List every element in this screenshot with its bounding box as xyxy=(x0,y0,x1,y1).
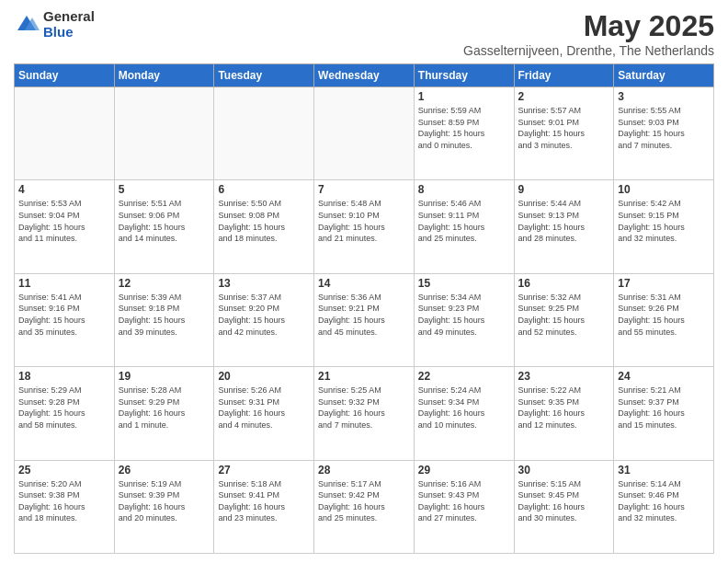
day-number: 16 xyxy=(518,277,610,290)
day-number: 21 xyxy=(318,370,410,383)
cell-week5-day0: 25Sunrise: 5:20 AM Sunset: 9:38 PM Dayli… xyxy=(15,460,115,553)
day-number: 14 xyxy=(318,277,410,290)
cell-week3-day3: 14Sunrise: 5:36 AM Sunset: 9:21 PM Dayli… xyxy=(314,273,415,366)
week-row-5: 25Sunrise: 5:20 AM Sunset: 9:38 PM Dayli… xyxy=(15,460,714,553)
cell-week1-day6: 3Sunrise: 5:55 AM Sunset: 9:03 PM Daylig… xyxy=(614,87,714,180)
day-info: Sunrise: 5:18 AM Sunset: 9:41 PM Dayligh… xyxy=(218,478,310,524)
day-number: 2 xyxy=(518,90,610,103)
cell-week2-day1: 5Sunrise: 5:51 AM Sunset: 9:06 PM Daylig… xyxy=(114,180,214,273)
day-number: 12 xyxy=(119,277,210,290)
day-number: 27 xyxy=(218,464,310,477)
weekday-header-row: Sunday Monday Tuesday Wednesday Thursday… xyxy=(15,64,714,87)
day-number: 18 xyxy=(18,370,110,383)
day-number: 9 xyxy=(518,183,610,196)
cell-week4-day2: 20Sunrise: 5:26 AM Sunset: 9:31 PM Dayli… xyxy=(214,367,314,460)
day-number: 10 xyxy=(618,183,710,196)
cell-week4-day4: 22Sunrise: 5:24 AM Sunset: 9:34 PM Dayli… xyxy=(414,367,514,460)
day-info: Sunrise: 5:15 AM Sunset: 9:45 PM Dayligh… xyxy=(518,478,610,524)
header-friday: Friday xyxy=(514,64,614,87)
cell-week4-day5: 23Sunrise: 5:22 AM Sunset: 9:35 PM Dayli… xyxy=(514,367,614,460)
header-saturday: Saturday xyxy=(614,64,714,87)
day-info: Sunrise: 5:36 AM Sunset: 9:21 PM Dayligh… xyxy=(318,292,410,338)
day-number: 11 xyxy=(18,277,110,290)
cell-week2-day3: 7Sunrise: 5:48 AM Sunset: 9:10 PM Daylig… xyxy=(314,180,415,273)
day-info: Sunrise: 5:17 AM Sunset: 9:42 PM Dayligh… xyxy=(318,478,410,524)
cell-week2-day5: 9Sunrise: 5:44 AM Sunset: 9:13 PM Daylig… xyxy=(514,180,614,273)
day-number: 28 xyxy=(318,464,410,477)
day-number: 19 xyxy=(119,370,210,383)
day-info: Sunrise: 5:25 AM Sunset: 9:32 PM Dayligh… xyxy=(318,385,410,431)
week-row-4: 18Sunrise: 5:29 AM Sunset: 9:28 PM Dayli… xyxy=(15,367,714,460)
cell-week5-day1: 26Sunrise: 5:19 AM Sunset: 9:39 PM Dayli… xyxy=(114,460,214,553)
day-number: 13 xyxy=(218,277,310,290)
day-info: Sunrise: 5:51 AM Sunset: 9:06 PM Dayligh… xyxy=(119,198,210,244)
cell-week2-day6: 10Sunrise: 5:42 AM Sunset: 9:15 PM Dayli… xyxy=(614,180,714,273)
day-info: Sunrise: 5:16 AM Sunset: 9:43 PM Dayligh… xyxy=(418,478,510,524)
day-number: 8 xyxy=(418,183,510,196)
day-number: 29 xyxy=(418,464,510,477)
header-tuesday: Tuesday xyxy=(214,64,314,87)
cell-week2-day4: 8Sunrise: 5:46 AM Sunset: 9:11 PM Daylig… xyxy=(414,180,514,273)
day-info: Sunrise: 5:44 AM Sunset: 9:13 PM Dayligh… xyxy=(518,198,610,244)
day-number: 22 xyxy=(418,370,510,383)
day-info: Sunrise: 5:50 AM Sunset: 9:08 PM Dayligh… xyxy=(218,198,310,244)
cell-week5-day2: 27Sunrise: 5:18 AM Sunset: 9:41 PM Dayli… xyxy=(214,460,314,553)
cell-week3-day5: 16Sunrise: 5:32 AM Sunset: 9:25 PM Dayli… xyxy=(514,273,614,366)
day-info: Sunrise: 5:14 AM Sunset: 9:46 PM Dayligh… xyxy=(618,478,710,524)
header-monday: Monday xyxy=(114,64,214,87)
day-number: 7 xyxy=(318,183,410,196)
day-info: Sunrise: 5:20 AM Sunset: 9:38 PM Dayligh… xyxy=(18,478,110,524)
day-number: 26 xyxy=(119,464,210,477)
day-info: Sunrise: 5:32 AM Sunset: 9:25 PM Dayligh… xyxy=(518,292,610,338)
header-wednesday: Wednesday xyxy=(314,64,415,87)
logo-text: General Blue xyxy=(43,9,95,40)
cell-week4-day1: 19Sunrise: 5:28 AM Sunset: 9:29 PM Dayli… xyxy=(114,367,214,460)
day-info: Sunrise: 5:28 AM Sunset: 9:29 PM Dayligh… xyxy=(119,385,210,431)
cell-week1-day1 xyxy=(114,87,214,180)
day-info: Sunrise: 5:59 AM Sunset: 8:59 PM Dayligh… xyxy=(418,105,510,151)
day-info: Sunrise: 5:53 AM Sunset: 9:04 PM Dayligh… xyxy=(18,198,110,244)
cell-week3-day0: 11Sunrise: 5:41 AM Sunset: 9:16 PM Dayli… xyxy=(15,273,115,366)
day-info: Sunrise: 5:19 AM Sunset: 9:39 PM Dayligh… xyxy=(119,478,210,524)
day-number: 5 xyxy=(119,183,210,196)
cell-week3-day1: 12Sunrise: 5:39 AM Sunset: 9:18 PM Dayli… xyxy=(114,273,214,366)
week-row-3: 11Sunrise: 5:41 AM Sunset: 9:16 PM Dayli… xyxy=(15,273,714,366)
cell-week5-day6: 31Sunrise: 5:14 AM Sunset: 9:46 PM Dayli… xyxy=(614,460,714,553)
header-thursday: Thursday xyxy=(414,64,514,87)
logo: General Blue xyxy=(14,9,95,40)
day-number: 17 xyxy=(618,277,710,290)
day-info: Sunrise: 5:46 AM Sunset: 9:11 PM Dayligh… xyxy=(418,198,510,244)
day-info: Sunrise: 5:41 AM Sunset: 9:16 PM Dayligh… xyxy=(18,292,110,338)
cell-week1-day2 xyxy=(214,87,314,180)
cell-week1-day3 xyxy=(314,87,415,180)
cell-week4-day0: 18Sunrise: 5:29 AM Sunset: 9:28 PM Dayli… xyxy=(15,367,115,460)
page: General Blue May 2025 Gasselternijveen, … xyxy=(0,0,728,563)
cell-week1-day0 xyxy=(15,87,115,180)
cell-week3-day6: 17Sunrise: 5:31 AM Sunset: 9:26 PM Dayli… xyxy=(614,273,714,366)
month-title: May 2025 xyxy=(463,9,714,43)
day-number: 31 xyxy=(618,464,710,477)
day-info: Sunrise: 5:42 AM Sunset: 9:15 PM Dayligh… xyxy=(618,198,710,244)
day-info: Sunrise: 5:24 AM Sunset: 9:34 PM Dayligh… xyxy=(418,385,510,431)
cell-week2-day0: 4Sunrise: 5:53 AM Sunset: 9:04 PM Daylig… xyxy=(15,180,115,273)
day-info: Sunrise: 5:48 AM Sunset: 9:10 PM Dayligh… xyxy=(318,198,410,244)
cell-week5-day5: 30Sunrise: 5:15 AM Sunset: 9:45 PM Dayli… xyxy=(514,460,614,553)
day-number: 24 xyxy=(618,370,710,383)
cell-week4-day6: 24Sunrise: 5:21 AM Sunset: 9:37 PM Dayli… xyxy=(614,367,714,460)
day-number: 15 xyxy=(418,277,510,290)
day-info: Sunrise: 5:55 AM Sunset: 9:03 PM Dayligh… xyxy=(618,105,710,151)
week-row-1: 1Sunrise: 5:59 AM Sunset: 8:59 PM Daylig… xyxy=(15,87,714,180)
day-number: 4 xyxy=(18,183,110,196)
cell-week1-day4: 1Sunrise: 5:59 AM Sunset: 8:59 PM Daylig… xyxy=(414,87,514,180)
logo-general-text: General xyxy=(43,9,95,25)
cell-week2-day2: 6Sunrise: 5:50 AM Sunset: 9:08 PM Daylig… xyxy=(214,180,314,273)
title-section: May 2025 Gasselternijveen, Drenthe, The … xyxy=(463,9,714,58)
day-info: Sunrise: 5:22 AM Sunset: 9:35 PM Dayligh… xyxy=(518,385,610,431)
day-info: Sunrise: 5:31 AM Sunset: 9:26 PM Dayligh… xyxy=(618,292,710,338)
header-sunday: Sunday xyxy=(15,64,115,87)
week-row-2: 4Sunrise: 5:53 AM Sunset: 9:04 PM Daylig… xyxy=(15,180,714,273)
day-number: 23 xyxy=(518,370,610,383)
cell-week1-day5: 2Sunrise: 5:57 AM Sunset: 9:01 PM Daylig… xyxy=(514,87,614,180)
day-number: 25 xyxy=(18,464,110,477)
day-info: Sunrise: 5:21 AM Sunset: 9:37 PM Dayligh… xyxy=(618,385,710,431)
